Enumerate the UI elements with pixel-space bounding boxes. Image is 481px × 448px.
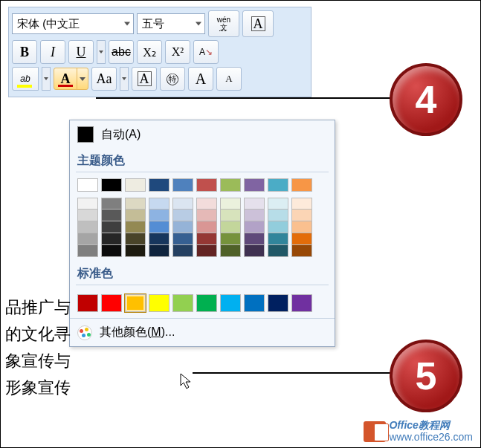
color-swatch[interactable] — [244, 245, 265, 257]
font-color-button[interactable]: A — [54, 68, 77, 89]
color-swatch[interactable] — [244, 210, 265, 221]
color-swatch[interactable] — [172, 294, 193, 312]
color-swatch[interactable] — [101, 221, 122, 233]
color-swatch[interactable] — [172, 245, 193, 257]
color-swatch[interactable] — [268, 245, 288, 257]
color-swatch[interactable] — [172, 221, 193, 233]
char-shading-button[interactable]: A — [132, 67, 157, 91]
color-swatch[interactable] — [291, 178, 312, 192]
color-swatch[interactable] — [149, 210, 170, 221]
color-swatch[interactable] — [268, 210, 288, 221]
color-swatch[interactable] — [149, 221, 170, 233]
color-swatch[interactable] — [125, 198, 146, 210]
color-swatch[interactable] — [291, 245, 312, 257]
standard-colors-row — [70, 291, 335, 318]
color-swatch[interactable] — [220, 198, 241, 210]
color-swatch[interactable] — [77, 198, 98, 210]
color-swatch[interactable] — [291, 198, 312, 210]
bold-button[interactable]: B — [12, 40, 37, 64]
color-swatch[interactable] — [77, 233, 98, 245]
auto-color-item[interactable]: 自动(A) — [70, 120, 335, 149]
color-swatch[interactable] — [291, 210, 312, 221]
color-swatch[interactable] — [196, 198, 217, 210]
color-swatch[interactable] — [101, 294, 122, 312]
color-swatch[interactable] — [268, 294, 288, 312]
color-swatch[interactable] — [196, 178, 217, 192]
color-swatch[interactable] — [268, 198, 288, 210]
color-swatch[interactable] — [101, 233, 122, 245]
color-swatch[interactable] — [196, 245, 217, 257]
strikethrough-button[interactable]: abc — [109, 40, 134, 64]
change-case-dropdown[interactable] — [120, 67, 129, 91]
subscript-button[interactable]: X₂ — [137, 40, 162, 64]
color-swatch[interactable] — [268, 178, 288, 192]
color-swatch[interactable] — [125, 221, 146, 233]
color-swatch[interactable] — [149, 294, 170, 312]
color-swatch[interactable] — [125, 178, 146, 192]
color-swatch[interactable] — [149, 198, 170, 210]
phonetic-guide-button[interactable]: wén 文 — [208, 10, 239, 37]
change-case-button[interactable]: Aa — [91, 67, 117, 91]
color-swatch[interactable] — [244, 221, 265, 233]
color-swatch[interactable] — [172, 210, 193, 221]
color-swatch[interactable] — [291, 294, 312, 312]
standard-colors-label: 标准色 — [70, 262, 335, 285]
color-swatch[interactable] — [220, 233, 241, 245]
color-swatch[interactable] — [149, 245, 170, 257]
color-swatch[interactable] — [196, 210, 217, 221]
color-swatch[interactable] — [77, 221, 98, 233]
color-swatch[interactable] — [101, 178, 122, 192]
color-swatch[interactable] — [220, 210, 241, 221]
color-swatch[interactable] — [101, 210, 122, 221]
color-swatch[interactable] — [149, 178, 170, 192]
color-swatch[interactable] — [172, 233, 193, 245]
more-colors-item[interactable]: 其他颜色(M)... — [70, 318, 335, 346]
color-swatch[interactable] — [220, 245, 241, 257]
color-swatch[interactable] — [172, 178, 193, 192]
color-swatch[interactable] — [101, 245, 122, 257]
color-swatch[interactable] — [244, 294, 265, 312]
color-swatch[interactable] — [244, 178, 265, 192]
font-color-dropdown[interactable] — [77, 68, 88, 89]
superscript-button[interactable]: X² — [165, 40, 190, 64]
color-swatch[interactable] — [172, 198, 193, 210]
font-size-combo[interactable]: 五号 — [137, 13, 205, 34]
underline-button[interactable]: U — [68, 40, 94, 64]
italic-button[interactable]: I — [40, 40, 65, 64]
color-swatch[interactable] — [291, 221, 312, 233]
color-swatch[interactable] — [125, 294, 146, 312]
color-swatch[interactable] — [268, 233, 288, 245]
office-logo-icon — [364, 421, 386, 442]
shrink-font-button[interactable]: A — [216, 67, 242, 91]
clear-formatting-button[interactable]: A↘ — [193, 40, 219, 64]
font-name-combo[interactable]: 宋体 (中文正 — [12, 13, 134, 34]
char-border-button[interactable]: A — [242, 10, 274, 37]
color-swatch[interactable] — [196, 221, 217, 233]
underline-dropdown[interactable] — [97, 40, 106, 64]
color-swatch[interactable] — [196, 233, 217, 245]
color-swatch[interactable] — [220, 221, 241, 233]
color-swatch[interactable] — [149, 233, 170, 245]
color-swatch[interactable] — [220, 294, 241, 312]
color-swatch[interactable] — [291, 233, 312, 245]
color-swatch[interactable] — [244, 233, 265, 245]
color-swatch[interactable] — [125, 233, 146, 245]
color-swatch[interactable] — [77, 245, 98, 257]
theme-colors-label: 主题颜色 — [70, 149, 335, 172]
grow-font-button[interactable]: A — [188, 67, 213, 91]
color-swatch[interactable] — [77, 210, 98, 221]
color-swatch[interactable] — [77, 294, 98, 312]
color-swatch[interactable] — [244, 198, 265, 210]
color-swatch[interactable] — [125, 245, 146, 257]
color-swatch[interactable] — [77, 178, 98, 192]
color-swatch[interactable] — [125, 210, 146, 221]
color-swatch[interactable] — [268, 221, 288, 233]
highlight-dropdown[interactable] — [42, 67, 51, 91]
highlight-button[interactable]: ab — [12, 67, 39, 91]
enclosed-char-button[interactable]: ㊕ — [160, 67, 185, 91]
auto-label: 自动(A) — [101, 127, 141, 143]
color-swatch[interactable] — [101, 198, 122, 210]
theme-colors-grid — [70, 178, 335, 262]
color-swatch[interactable] — [220, 178, 241, 192]
color-swatch[interactable] — [196, 294, 217, 312]
